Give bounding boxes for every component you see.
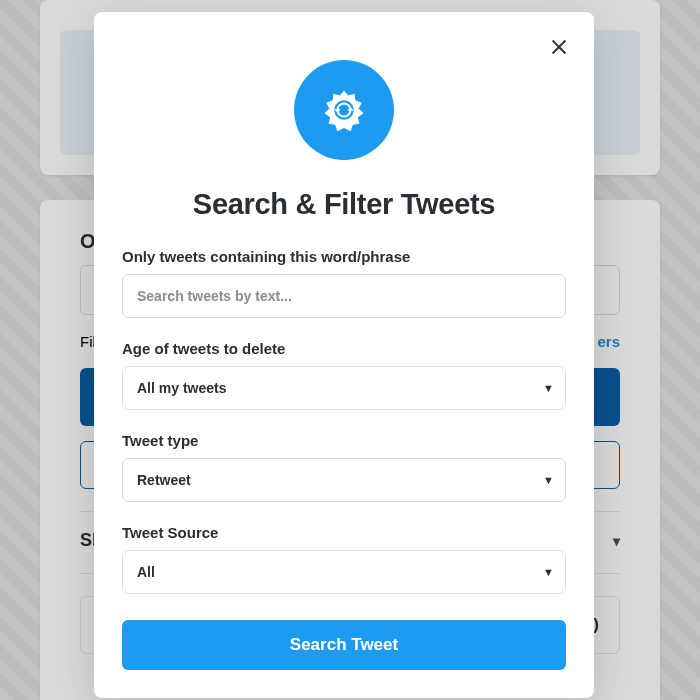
tweet-type-select[interactable]: Retweet: [122, 458, 566, 502]
field-tweet-type: Tweet type Retweet ▼: [122, 432, 566, 502]
modal-title: Search & Filter Tweets: [122, 188, 566, 221]
field-tweet-age: Age of tweets to delete All my tweets ▼: [122, 340, 566, 410]
tweet-type-label: Tweet type: [122, 432, 566, 449]
tweet-source-select[interactable]: All: [122, 550, 566, 594]
tweet-age-label: Age of tweets to delete: [122, 340, 566, 357]
tweet-source-label: Tweet Source: [122, 524, 566, 541]
search-text-label: Only tweets containing this word/phrase: [122, 248, 566, 265]
search-text-input[interactable]: [122, 274, 566, 318]
field-tweet-source: Tweet Source All ▼: [122, 524, 566, 594]
modal-icon-container: [122, 60, 566, 160]
close-button[interactable]: [544, 32, 574, 65]
close-icon: [548, 36, 570, 58]
gear-sync-icon: [294, 60, 394, 160]
field-search-text: Only tweets containing this word/phrase: [122, 248, 566, 318]
search-filter-modal: Search & Filter Tweets Only tweets conta…: [94, 12, 594, 698]
tweet-age-select[interactable]: All my tweets: [122, 366, 566, 410]
search-tweet-button[interactable]: Search Tweet: [122, 620, 566, 670]
